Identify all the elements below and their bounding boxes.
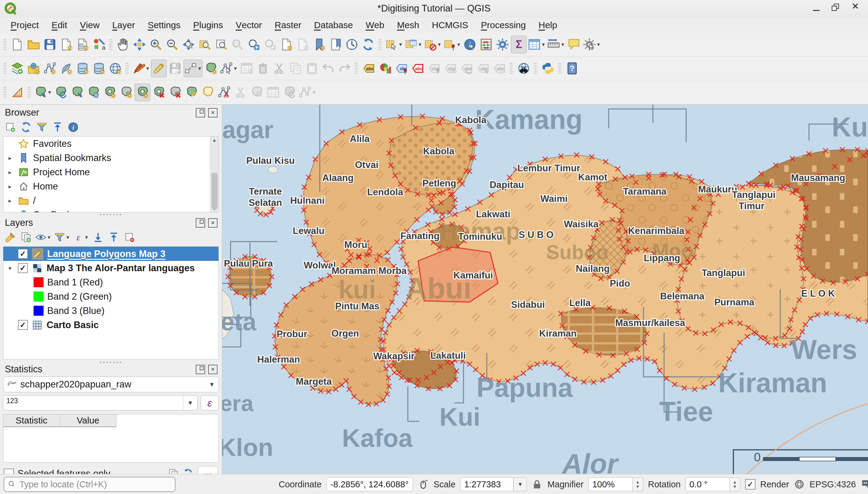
pan-to-selection-button[interactable]: [132, 36, 147, 53]
menu-web[interactable]: Web: [359, 18, 391, 33]
minimize-button[interactable]: [813, 4, 820, 11]
layer-item-carto-basic[interactable]: ✓Carto Basic: [3, 318, 218, 332]
toolbar-grip[interactable]: [3, 86, 6, 99]
browser-item-home[interactable]: ▸Home: [3, 179, 218, 193]
panel-splitter[interactable]: [0, 213, 222, 216]
expander-icon[interactable]: ▸: [6, 154, 14, 162]
style-manager-button[interactable]: [91, 36, 107, 53]
browser-item--[interactable]: ▸/: [3, 193, 218, 208]
expand-all-button[interactable]: [91, 230, 105, 245]
add-polygon-feature-button[interactable]: [203, 60, 219, 77]
add-virtual-layer-button[interactable]: [91, 60, 107, 77]
zoom-native-button[interactable]: [230, 36, 245, 53]
add-spatialite-layer-button[interactable]: [58, 60, 74, 77]
toolbar-grip[interactable]: [125, 62, 129, 75]
paste-features-button[interactable]: [304, 60, 320, 77]
reshape-features-button[interactable]: [184, 83, 199, 101]
new-print-layout-button[interactable]: [58, 36, 74, 53]
layer-item-language-polygons-map-3[interactable]: ✓Language Polygons Map 3: [3, 247, 218, 261]
browser-item-project-home[interactable]: ▸Project Home: [3, 165, 218, 179]
layer-item-band-1-red-[interactable]: Band 1 (Red): [3, 275, 218, 289]
layer-visibility-checkbox[interactable]: ✓: [18, 263, 28, 273]
add-vector-layer-button[interactable]: [42, 60, 58, 77]
toolbar-grip[interactable]: [27, 86, 31, 99]
data-source-manager-button[interactable]: [9, 60, 25, 77]
browser-item-spatial-bookmarks[interactable]: ▸Spatial Bookmarks: [3, 151, 218, 165]
layers-tree[interactable]: ✓Language Polygons Map 3▾✓Map 3 The Alor…: [3, 246, 219, 360]
layer-visibility-checkbox[interactable]: ✓: [18, 249, 28, 259]
menu-mesh[interactable]: Mesh: [391, 18, 426, 33]
rotation-spinner[interactable]: 0.0 ° ▲▼: [686, 477, 740, 491]
menu-hcmgis[interactable]: HCMGIS: [426, 18, 475, 33]
add-postgis-layer-button[interactable]: [75, 60, 91, 77]
delete-part-button[interactable]: [167, 83, 183, 101]
collapse-all-button[interactable]: [51, 120, 64, 134]
processing-toolbox-button[interactable]: [495, 36, 510, 53]
expander-icon[interactable]: ▸: [6, 183, 14, 190]
locate-input[interactable]: Type to locate (Ctrl+K): [4, 477, 176, 492]
measure-button[interactable]: ▾: [547, 36, 566, 53]
deselect-features-button[interactable]: ▾: [423, 36, 442, 53]
browser-item-geopackage[interactable]: GeoPackage: [3, 208, 218, 212]
run-feature-action-button[interactable]: ▾: [583, 36, 601, 53]
attribute-table-button[interactable]: ▾: [527, 36, 546, 53]
temporal-controller-button[interactable]: [344, 36, 360, 53]
statistics-layer-combo[interactable]: schapper2020papuan_raw ▼: [3, 377, 219, 392]
map-tips-button[interactable]: [566, 36, 582, 53]
enable-advanced-digitizing-button[interactable]: [9, 83, 25, 101]
move-feature-button[interactable]: ▾: [34, 83, 52, 101]
messages-icon[interactable]: [861, 479, 868, 490]
cut-features-button[interactable]: [271, 60, 287, 77]
highlight-pinned-labels-button[interactable]: [410, 60, 426, 77]
mouse-tracking-icon[interactable]: [418, 479, 429, 490]
select-by-value-button[interactable]: ▾: [404, 36, 423, 53]
remove-layer-button[interactable]: [122, 230, 136, 245]
zoom-to-selection-button[interactable]: [197, 36, 213, 53]
manage-map-themes-button[interactable]: ▾: [35, 230, 52, 245]
field-calculator-button[interactable]: [478, 36, 494, 53]
save-project-button[interactable]: [42, 36, 58, 53]
curved-label-button[interactable]: [492, 60, 507, 77]
current-edits-button[interactable]: ▾: [132, 60, 150, 77]
zoom-to-layer-button[interactable]: [213, 36, 229, 53]
pin-labels-button[interactable]: [394, 60, 409, 77]
filter-legend-button[interactable]: ▾: [54, 230, 71, 245]
browser-float-icon[interactable]: [196, 108, 205, 117]
expander-icon[interactable]: ▸: [6, 169, 14, 176]
open-project-button[interactable]: [26, 36, 41, 53]
fill-ring-button[interactable]: [135, 83, 150, 101]
menu-settings[interactable]: Settings: [141, 18, 187, 33]
layer-visibility-checkbox[interactable]: ✓: [18, 320, 28, 330]
expander-icon[interactable]: ▾: [6, 265, 14, 272]
new-3d-map-view-button[interactable]: [295, 36, 311, 53]
toolbar-grip[interactable]: [378, 38, 381, 51]
digitize-with-segment-button[interactable]: ▾: [184, 60, 202, 77]
browser-scrollbar[interactable]: ▲▼: [210, 136, 218, 212]
show-hide-labels-button[interactable]: [442, 60, 458, 77]
menu-layer[interactable]: Layer: [106, 18, 141, 33]
menu-vector[interactable]: Vector: [229, 18, 268, 33]
statistics-field-combo[interactable]: 123 ▼: [3, 395, 198, 411]
offset-curve-button[interactable]: [200, 83, 216, 101]
statistics-close-icon[interactable]: ✕: [208, 365, 218, 374]
add-ring-button[interactable]: [102, 83, 118, 101]
menu-help[interactable]: Help: [532, 18, 564, 33]
open-layer-styling-button[interactable]: [3, 230, 17, 245]
close-button[interactable]: ✕: [851, 3, 860, 12]
layers-close-icon[interactable]: ✕: [208, 218, 218, 228]
layers-float-icon[interactable]: [196, 218, 205, 228]
layer-item-map-3-the-alor-pantar-languages[interactable]: ▾✓Map 3 The Alor-Pantar languages: [3, 261, 218, 275]
new-map-view-button[interactable]: [279, 36, 294, 53]
zoom-last-button[interactable]: [246, 36, 262, 53]
move-label-button[interactable]: [426, 60, 442, 77]
magnifier-spinner[interactable]: 100% ▲▼: [589, 477, 643, 491]
menu-raster[interactable]: Raster: [268, 18, 308, 33]
menu-project[interactable]: Project: [4, 18, 45, 33]
zoom-full-button[interactable]: [181, 36, 196, 53]
toolbar-grip[interactable]: [510, 62, 513, 75]
merge-features-button[interactable]: [249, 83, 265, 101]
scale-combo[interactable]: 1:277383 ▼: [460, 477, 527, 491]
browser-tree[interactable]: Favorites▸Spatial Bookmarks▸Project Home…: [3, 136, 219, 212]
toolbar-grip[interactable]: [355, 62, 358, 75]
layer-item-band-3-blue-[interactable]: Band 3 (Blue): [3, 304, 218, 318]
